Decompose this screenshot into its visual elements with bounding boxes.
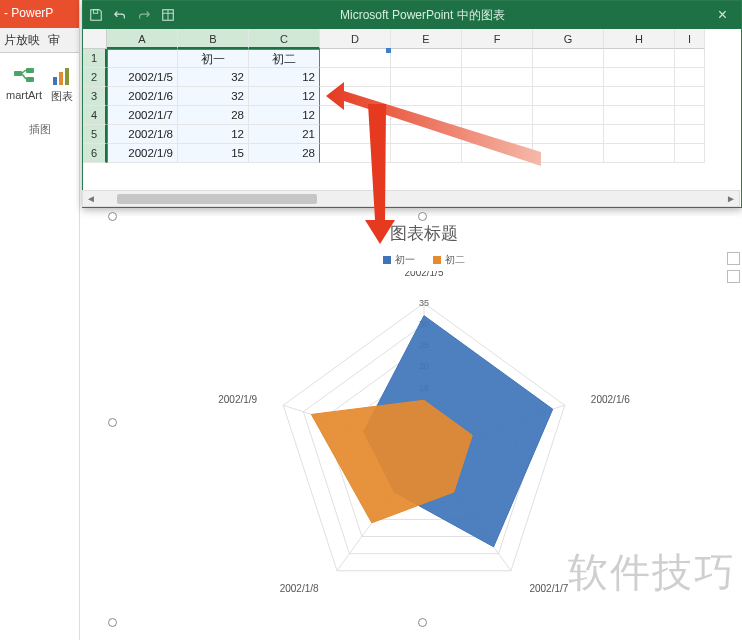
col-header[interactable]: I	[675, 29, 705, 49]
col-header[interactable]: A	[107, 29, 178, 49]
row-header[interactable]: 3	[83, 87, 107, 106]
cell[interactable]	[462, 144, 533, 163]
svg-text:2002/1/5: 2002/1/5	[405, 271, 444, 278]
cell[interactable]	[533, 125, 604, 144]
cell[interactable]	[391, 106, 462, 125]
cell[interactable]	[462, 68, 533, 87]
cell[interactable]: 21	[249, 125, 320, 144]
row-header[interactable]: 4	[83, 106, 107, 125]
col-header[interactable]: B	[178, 29, 249, 49]
cell[interactable]	[462, 87, 533, 106]
selection-handle[interactable]	[418, 618, 427, 627]
legend-item[interactable]: 初一	[383, 253, 415, 267]
cell[interactable]	[604, 87, 675, 106]
tab-review[interactable]: 审	[48, 32, 60, 49]
cell[interactable]	[604, 68, 675, 87]
scroll-right-icon[interactable]: ►	[723, 193, 739, 204]
cell[interactable]: 32	[178, 87, 249, 106]
legend-item[interactable]: 初二	[433, 253, 465, 267]
row-header[interactable]: 1	[83, 49, 107, 68]
row-header[interactable]: 2	[83, 68, 107, 87]
cell[interactable]	[604, 125, 675, 144]
cell[interactable]	[533, 106, 604, 125]
cell[interactable]: 12	[178, 125, 249, 144]
tab-slideshow[interactable]: 片放映	[4, 32, 40, 49]
spreadsheet-grid[interactable]: A B C D E F G H I 初一 初二	[107, 29, 741, 187]
row-header[interactable]: 5	[83, 125, 107, 144]
cell[interactable]	[391, 68, 462, 87]
cell[interactable]	[320, 125, 391, 144]
col-header[interactable]: F	[462, 29, 533, 49]
cell[interactable]	[391, 49, 462, 68]
cell[interactable]	[320, 87, 391, 106]
cell[interactable]	[675, 106, 705, 125]
cell[interactable]	[604, 106, 675, 125]
cell[interactable]	[320, 106, 391, 125]
cell[interactable]: 2002/1/9	[107, 144, 178, 163]
selection-handle[interactable]	[108, 212, 117, 221]
cell[interactable]	[320, 49, 391, 68]
cell[interactable]	[462, 106, 533, 125]
cell[interactable]	[675, 68, 705, 87]
excel-window-title: Microsoft PowerPoint 中的图表	[175, 7, 670, 24]
cell[interactable]: 2002/1/5	[107, 68, 178, 87]
cell[interactable]: 12	[249, 87, 320, 106]
cell[interactable]: 15	[178, 144, 249, 163]
undo-icon[interactable]	[113, 8, 127, 22]
cell[interactable]	[675, 49, 705, 68]
cell[interactable]: 初一	[178, 49, 249, 68]
cell[interactable]: 2002/1/6	[107, 87, 178, 106]
cell[interactable]: 2002/1/8	[107, 125, 178, 144]
cell[interactable]: 32	[178, 68, 249, 87]
watermark: 软件技巧	[568, 545, 736, 600]
close-button[interactable]: ×	[710, 6, 735, 24]
cell[interactable]	[391, 87, 462, 106]
cell[interactable]	[533, 87, 604, 106]
cell[interactable]: 2002/1/7	[107, 106, 178, 125]
cell[interactable]: 28	[178, 106, 249, 125]
scroll-left-icon[interactable]: ◄	[83, 193, 99, 204]
cell[interactable]	[604, 144, 675, 163]
cell[interactable]	[462, 125, 533, 144]
cell[interactable]: 12	[249, 68, 320, 87]
chart-legend[interactable]: 初一 初二	[112, 253, 736, 267]
redo-icon[interactable]	[137, 8, 151, 22]
cell[interactable]	[533, 49, 604, 68]
cell[interactable]: 12	[249, 106, 320, 125]
horizontal-scrollbar[interactable]: ◄ ►	[82, 190, 740, 207]
cell[interactable]	[391, 144, 462, 163]
col-header[interactable]: C	[249, 29, 320, 49]
cell[interactable]	[107, 49, 178, 68]
cell[interactable]	[675, 87, 705, 106]
chart-title[interactable]: 图表标题	[112, 222, 736, 245]
cell[interactable]	[320, 68, 391, 87]
cell[interactable]	[533, 68, 604, 87]
smartart-button[interactable]: martArt	[4, 63, 44, 103]
cell[interactable]	[391, 125, 462, 144]
selection-handle[interactable]	[108, 618, 117, 627]
data-table-icon[interactable]	[161, 8, 175, 22]
row-header[interactable]: 6	[83, 144, 107, 163]
selection-handle[interactable]	[108, 418, 117, 427]
ribbon-tabs: 片放映 审	[0, 28, 79, 53]
select-all-corner[interactable]	[83, 29, 107, 49]
cell[interactable]	[533, 144, 604, 163]
cell[interactable]: 28	[249, 144, 320, 163]
cell[interactable]	[675, 125, 705, 144]
chart-button[interactable]: 图表	[48, 63, 76, 106]
save-icon[interactable]	[89, 8, 103, 22]
cell[interactable]	[462, 49, 533, 68]
cell[interactable]	[320, 144, 391, 163]
col-header[interactable]: H	[604, 29, 675, 49]
col-header[interactable]: G	[533, 29, 604, 49]
chart-style-button[interactable]	[727, 270, 740, 283]
selection-handle[interactable]	[418, 212, 427, 221]
ribbon-group-label: 插图	[0, 122, 79, 137]
cell[interactable]	[675, 144, 705, 163]
col-header[interactable]: D	[320, 29, 391, 49]
cell[interactable]: 初二	[249, 49, 320, 68]
chart-element-button[interactable]	[727, 252, 740, 265]
scrollbar-thumb[interactable]	[117, 194, 317, 204]
cell[interactable]	[604, 49, 675, 68]
col-header[interactable]: E	[391, 29, 462, 49]
